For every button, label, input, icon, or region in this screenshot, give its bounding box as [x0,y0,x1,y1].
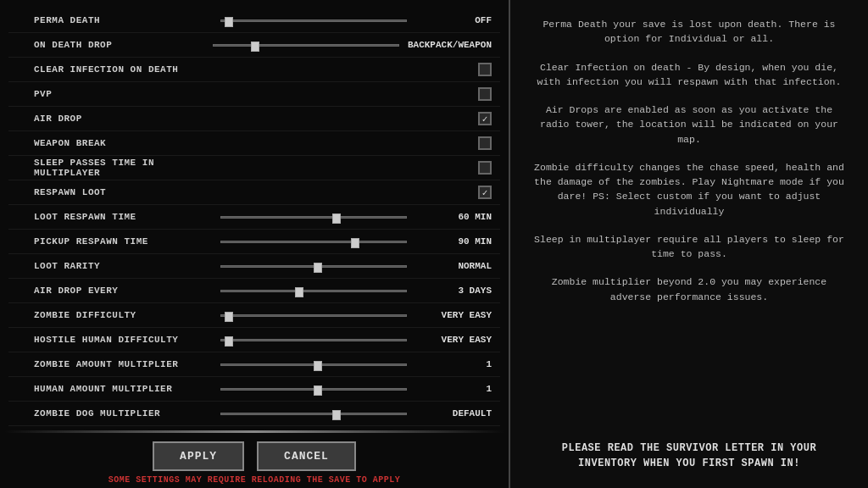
slider-track[interactable] [220,241,407,243]
setting-row: HUMAN AMOUNT MULTIPLIER1 [8,377,500,402]
help-text-block: Clear Infection on death - By design, wh… [531,60,847,90]
right-panel: Perma Death your save is lost upon death… [509,0,868,488]
slider-track[interactable] [220,265,407,268]
slider[interactable] [220,241,407,243]
slider-track[interactable] [220,413,407,415]
setting-value: OFF [415,15,492,25]
slider[interactable] [220,388,407,391]
setting-label: LOOT RARITY [8,261,212,271]
setting-label: ZOMBIE AMOUNT MULTIPLIER [8,359,212,369]
setting-label: RESPAWN LOOT [8,187,212,197]
divider-bar [4,430,504,433]
setting-row: AIR DROP EVERY3 DAYS [8,279,500,303]
checkbox[interactable] [478,136,492,150]
setting-row: PVP [8,82,500,107]
slider[interactable] [220,216,407,219]
setting-value: 1 [415,359,492,369]
setting-label: SLEEP PASSES TIME IN MULTIPLAYER [8,158,212,178]
setting-row: SLEEP PASSES TIME IN MULTIPLAYER [8,156,500,180]
setting-label: CLEAR INFECTION ON DEATH [8,64,212,75]
setting-label: AIR DROP [8,114,212,124]
setting-value: 1 [415,384,492,394]
cancel-button[interactable]: CANCEL [257,441,356,471]
setting-row: ON DEATH DROPBACKPACK/WEAPON [8,33,500,58]
slider[interactable] [220,19,407,22]
setting-value: 3 DAYS [415,286,492,296]
warning-text: SOME SETTINGS MAY REQUIRE RELOADING THE … [108,475,401,485]
left-panel: PERMA DEATHOFFON DEATH DROPBACKPACK/WEAP… [0,0,509,488]
slider-track[interactable] [220,363,407,366]
setting-value: DEFAULT [415,408,492,419]
setting-label: WEAPON BREAK [8,138,212,148]
setting-label: PERMA DEATH [8,15,212,25]
setting-value: 90 MIN [415,236,492,247]
setting-row: RESPAWN LOOT [8,180,500,205]
setting-row: PICKUP RESPAWN TIME90 MIN [8,230,500,254]
setting-label: ZOMBIE DOG MULTIPLIER [8,408,212,419]
setting-label: LOOT RESPAWN TIME [8,212,212,222]
setting-label: PVP [8,89,212,99]
checkbox[interactable] [478,112,492,125]
setting-row: HOSTILE HUMAN DIFFICULTYVERY EASY [8,328,500,352]
slider-track[interactable] [213,44,399,47]
help-text-block: Sleep in multiplayer require all players… [531,232,847,262]
setting-row: CLEAR INFECTION ON DEATH [8,58,500,82]
slider-track[interactable] [220,339,407,341]
setting-label: PICKUP RESPAWN TIME [8,236,212,247]
slider[interactable] [220,314,407,317]
slider[interactable] [220,265,407,268]
survivor-note: PLEASE READ THE SURVIVOR LETTER IN YOUR … [531,441,847,471]
setting-label: HOSTILE HUMAN DIFFICULTY [8,335,212,345]
setting-row: LOOT RARITYNORMAL [8,254,500,279]
help-text-block: Zombie multiplier beyond 2.0 you may exp… [531,274,847,304]
slider[interactable] [220,413,407,415]
setting-label: AIR DROP EVERY [8,286,212,296]
setting-label: ZOMBIE DIFFICULTY [8,310,212,320]
slider[interactable] [220,363,407,366]
setting-row: PERMA DEATHOFF [8,8,500,33]
slider[interactable] [220,339,407,341]
slider[interactable] [213,44,399,47]
slider[interactable] [220,290,407,292]
setting-row: ZOMBIE DOG MULTIPLIERDEFAULT [8,402,500,426]
slider-track[interactable] [220,388,407,391]
setting-value: NORMAL [415,261,492,271]
help-text-block: Perma Death your save is lost upon death… [531,17,847,47]
help-text-block: Air Drops are enabled as soon as you act… [531,103,847,147]
setting-row: ZOMBIE AMOUNT MULTIPLIER1 [8,352,500,377]
checkbox[interactable] [478,63,492,76]
setting-row: ZOMBIE DIFFICULTYVERY EASY [8,303,500,328]
slider-track[interactable] [220,19,407,22]
slider-track[interactable] [220,216,407,219]
setting-row: AIR DROP [8,107,500,131]
checkbox[interactable] [478,186,492,199]
setting-row: WEAPON BREAK [8,131,500,156]
slider-track[interactable] [220,314,407,317]
settings-list: PERMA DEATHOFFON DEATH DROPBACKPACK/WEAP… [0,8,509,429]
setting-label: HUMAN AMOUNT MULTIPLIER [8,384,212,394]
setting-value: BACKPACK/WEAPON [408,40,492,50]
button-row: APPLY CANCEL [153,441,356,471]
checkbox[interactable] [478,87,492,101]
checkbox[interactable] [478,161,492,175]
help-text-block: Zombie difficulty changes the chase spee… [531,160,847,219]
setting-value: 60 MIN [415,212,492,222]
setting-value: VERY EASY [415,310,492,320]
help-texts: Perma Death your save is lost upon death… [531,17,847,434]
setting-row: LOOT RESPAWN TIME60 MIN [8,205,500,230]
bottom-section: APPLY CANCEL SOME SETTINGS MAY REQUIRE R… [0,435,509,488]
setting-row: ZOMBIE RESPAWN TIMER30 MIN [8,426,500,429]
apply-button[interactable]: APPLY [153,441,244,471]
slider-track[interactable] [220,290,407,292]
setting-value: VERY EASY [415,335,492,345]
setting-label: ON DEATH DROP [8,40,212,50]
